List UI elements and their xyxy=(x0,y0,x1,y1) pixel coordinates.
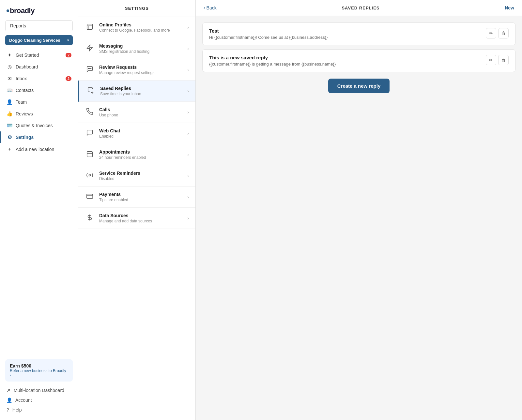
nav-label: Inbox xyxy=(16,76,27,81)
sidebar-item-settings[interactable]: ⚙ Settings xyxy=(0,131,78,143)
settings-item-subtitle: 24 hour reminders enabled xyxy=(99,155,183,160)
settings-item-title: Calls xyxy=(99,107,183,112)
help-icon: ? xyxy=(7,407,9,412)
settings-item-web-chat[interactable]: Web Chat Enabled › xyxy=(78,123,195,144)
svg-point-9 xyxy=(89,174,91,176)
delete-button[interactable]: 🗑 xyxy=(498,28,509,38)
sidebar-item-quotes-invoices[interactable]: 🪪 Quotes & Invoices xyxy=(0,120,78,131)
settings-item-saved-replies[interactable]: Saved Replies Save time in your inbox › xyxy=(78,81,195,102)
settings-list: Online Profiles Connect to Google, Faceb… xyxy=(78,17,195,420)
logo-text: broadly xyxy=(10,7,35,15)
earn-link[interactable]: Refer a new business to Broadly › xyxy=(10,368,68,378)
settings-item-title: Data Sources xyxy=(99,213,183,218)
chevron-right-icon: › xyxy=(187,110,189,115)
footer-item-account[interactable]: 👤 Account xyxy=(5,395,73,405)
new-button[interactable]: New xyxy=(505,5,514,10)
sidebar-item-dashboard[interactable]: ◎ Dashboard xyxy=(0,61,78,73)
right-content: Test Hi {{customer.firstname}}! Come see… xyxy=(196,16,522,420)
delete-button[interactable]: 🗑 xyxy=(498,55,509,65)
settings-item-title: Payments xyxy=(99,192,183,197)
nav-label: Contacts xyxy=(16,88,34,93)
right-panel-header: ‹ Back SAVED REPLIES New xyxy=(196,0,522,16)
chevron-right-icon: › xyxy=(187,46,189,51)
edit-button[interactable]: ✏ xyxy=(486,55,496,65)
nav-label: Add a new location xyxy=(16,147,54,152)
settings-item-review-requests[interactable]: Review Requests Manage review request se… xyxy=(78,59,195,81)
settings-icon: ⚙ xyxy=(7,134,12,140)
sidebar-nav: ✦ Get Started 2 ◎ Dashboard ✉ Inbox 2 📖 … xyxy=(0,48,78,354)
svg-rect-0 xyxy=(87,24,93,29)
svg-rect-10 xyxy=(87,194,93,198)
right-panel: ‹ Back SAVED REPLIES New Test Hi {{custo… xyxy=(196,0,522,420)
service-reminders-icon xyxy=(85,172,95,180)
settings-item-calls[interactable]: Calls Use phone › xyxy=(78,102,195,123)
sidebar: broadly Reports Doggo Cleaning Services … xyxy=(0,0,78,420)
appointments-icon xyxy=(85,150,95,159)
settings-item-subtitle: Save time in your inbox xyxy=(100,92,183,96)
sidebar-item-team[interactable]: 👤 Team xyxy=(0,96,78,108)
settings-item-title: Review Requests xyxy=(99,65,183,70)
svg-marker-1 xyxy=(87,45,93,51)
chevron-right-icon: › xyxy=(187,25,189,30)
edit-button[interactable]: ✏ xyxy=(486,28,496,38)
footer-label: Multi-location Dashboard xyxy=(14,388,64,393)
business-selector[interactable]: Doggo Cleaning Services ▾ xyxy=(5,35,73,45)
sidebar-item-get-started[interactable]: ✦ Get Started 2 xyxy=(0,49,78,61)
reports-button[interactable]: Reports xyxy=(5,20,73,31)
settings-item-subtitle: SMS registration and hosting xyxy=(99,49,183,54)
sidebar-footer: Earn $500 Refer a new business to Broadl… xyxy=(0,354,78,420)
sidebar-item-reviews[interactable]: 👍 Reviews xyxy=(0,108,78,120)
messaging-icon xyxy=(85,44,95,53)
settings-item-subtitle: Disabled xyxy=(99,176,183,181)
earn-title: Earn $500 xyxy=(10,363,68,368)
nav-label: Reviews xyxy=(16,111,33,116)
sidebar-item-inbox[interactable]: ✉ Inbox 2 xyxy=(0,73,78,84)
logo-dot xyxy=(7,9,9,12)
settings-item-appointments[interactable]: Appointments 24 hour reminders enabled › xyxy=(78,144,195,165)
footer-label: Help xyxy=(12,407,22,412)
settings-item-subtitle: Enabled xyxy=(99,134,183,139)
reply-card: This is a new saved reply {{customer.fir… xyxy=(202,49,515,72)
reviews-icon: 👍 xyxy=(7,111,12,117)
account-icon: 👤 xyxy=(7,398,12,403)
settings-item-title: Online Profiles xyxy=(99,22,183,27)
settings-item-title: Messaging xyxy=(99,43,183,49)
create-reply-button[interactable]: Create a new reply xyxy=(328,79,390,93)
svg-point-2 xyxy=(89,68,90,69)
settings-header: SETTINGS xyxy=(78,0,195,17)
settings-item-service-reminders[interactable]: Service Reminders Disabled › xyxy=(78,165,195,187)
settings-item-online-profiles[interactable]: Online Profiles Connect to Google, Faceb… xyxy=(78,17,195,38)
team-icon: 👤 xyxy=(7,99,12,105)
settings-item-subtitle: Use phone xyxy=(99,113,183,117)
settings-item-title: Web Chat xyxy=(99,128,183,133)
settings-item-data-sources[interactable]: Data Sources Manage and add data sources… xyxy=(78,208,195,229)
settings-item-payments[interactable]: Payments Tips are enabled › xyxy=(78,187,195,208)
review-requests-icon xyxy=(85,66,95,74)
footer-label: Account xyxy=(15,398,32,403)
settings-item-subtitle: Manage review request settings xyxy=(99,70,183,75)
earn-box: Earn $500 Refer a new business to Broadl… xyxy=(5,359,73,382)
reply-body: {{customer.firstname}} is getting a mess… xyxy=(209,62,481,67)
settings-item-messaging[interactable]: Messaging SMS registration and hosting › xyxy=(78,38,195,59)
nav-badge: 2 xyxy=(66,76,71,81)
nav-label: Team xyxy=(16,99,27,105)
settings-item-subtitle: Manage and add data sources xyxy=(99,219,183,223)
footer-item-multi-location[interactable]: ↗ Multi-location Dashboard xyxy=(5,385,73,395)
sidebar-item-contacts[interactable]: 📖 Contacts xyxy=(0,84,78,96)
nav-label: Get Started xyxy=(16,52,39,58)
nav-label: Dashboard xyxy=(16,64,38,69)
panel-title: SAVED REPLIES xyxy=(342,6,379,10)
sidebar-item-add-location[interactable]: ＋ Add a new location xyxy=(0,143,78,155)
settings-panel: SETTINGS Online Profiles Connect to Goog… xyxy=(78,0,196,420)
chevron-right-icon: › xyxy=(187,67,189,72)
svg-rect-5 xyxy=(87,151,93,157)
multi-location-icon: ↗ xyxy=(7,388,10,393)
business-name: Doggo Cleaning Services xyxy=(9,38,60,43)
reply-title: Test xyxy=(209,28,481,34)
back-button[interactable]: ‹ Back xyxy=(204,5,217,10)
saved-replies-icon xyxy=(86,87,96,96)
settings-item-subtitle: Connect to Google, Facebook, and more xyxy=(99,28,183,33)
svg-point-4 xyxy=(91,68,91,69)
chevron-right-icon: › xyxy=(187,173,189,178)
footer-item-help[interactable]: ? Help xyxy=(5,405,73,415)
